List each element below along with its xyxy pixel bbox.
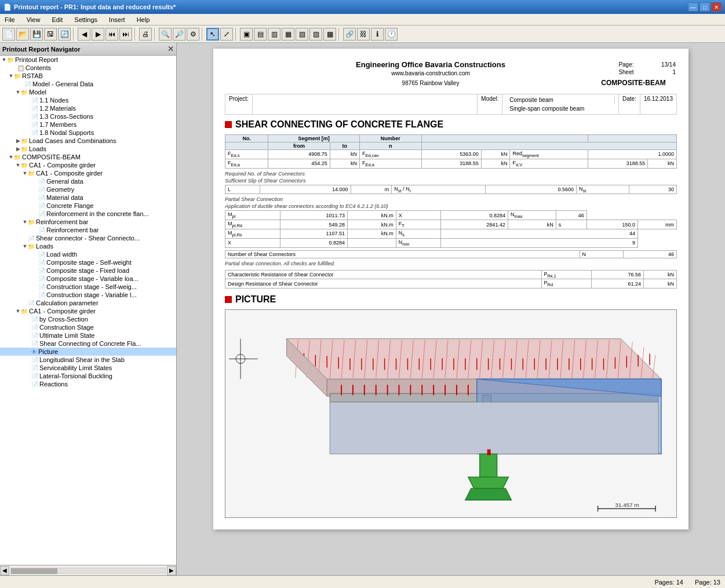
tree-item-composite-fixed[interactable]: ▶ 📄 Composite stage - Fixed load [0,266,176,275]
panel-close-button[interactable]: ✕ [167,45,174,53]
td-ft-val: 2841.42 [440,220,508,229]
menu-help[interactable]: Help [134,16,152,24]
tree-item-ca1-girder-2[interactable]: ▼ 📁 CA1 - Composite girder [0,169,176,177]
tree-item-composite-beam[interactable]: ▼ 📁 COMPOSITE-BEAM [0,153,176,161]
tb-back[interactable]: ◀ [78,28,90,41]
tree-item-members[interactable]: ▶ 📄 1.7 Members [0,120,176,129]
tree-item-reactions[interactable]: ▶ 📄 Reactions [0,380,176,388]
tree-area[interactable]: ▼ 📁 Printout Report ▶ 📋 Contents ▼ 📁 RST… [0,56,176,565]
tree-item-printout-report[interactable]: ▼ 📁 Printout Report [0,56,176,64]
red-square-icon [225,121,232,128]
tb-p3[interactable]: ▥ [268,28,280,41]
maximize-button[interactable]: □ [700,2,710,12]
tb-clock[interactable]: 🕐 [385,28,398,41]
expand-ca1-2[interactable]: ▼ [22,170,28,176]
scroll-track[interactable] [10,568,166,574]
tb-save[interactable]: 💾 [30,28,43,41]
menu-insert[interactable]: Insert [107,16,127,24]
tb-p5[interactable]: ▧ [296,28,308,41]
tree-item-model-general[interactable]: ▶ 📄 Model - General Data [0,80,176,88]
tree-item-reinf-bar-item[interactable]: ▶ 📄 Reinforcement bar [0,226,176,234]
tb-refresh[interactable]: 🔄 [58,28,71,41]
expand-printout[interactable]: ▼ [1,57,7,63]
tb-cursor[interactable]: ↖ [206,28,219,41]
tree-item-ca1-results[interactable]: ▼ 📁 CA1 - Composite girder [0,307,176,315]
tb-search2[interactable]: 🔎 [173,28,185,41]
tree-item-calc-param[interactable]: ▶ 📄 Calculation parameter [0,299,176,307]
expand-ca1-1[interactable]: ▼ [15,162,21,168]
tree-item-ca1-girder-1[interactable]: ▼ 📁 CA1 - Composite girder [0,161,176,169]
tb-p1[interactable]: ▣ [240,28,253,41]
tb-p7[interactable]: ▩ [323,28,336,41]
tb-select[interactable]: ⤢ [220,28,233,41]
tree-item-material-data[interactable]: ▶ 📄 Material data [0,193,176,202]
tree-item-general-data[interactable]: ▶ 📄 General data [0,177,176,185]
tb-link[interactable]: 🔗 [343,28,356,41]
window-title: Printout report - PR1: Input data and re… [14,3,176,10]
tree-item-shear-connecting[interactable]: ▶ 📄 Shear Connecting of Concrete Fla... [0,339,176,348]
tree-item-long-shear[interactable]: ▶ 📄 Longitudinal Shear in the Slab [0,356,176,364]
nav-horizontal-scroll[interactable]: ◀ ▶ [0,565,176,575]
expand-load-cases[interactable]: ▶ [15,138,21,144]
tree-item-nodes[interactable]: ▶ 📄 1.1 Nodes [0,96,176,104]
tb-open[interactable]: 📂 [16,28,29,41]
tree-label-reactions: Reactions [39,381,68,388]
tb-last[interactable]: ⏭ [119,28,132,41]
tree-item-shear-connector[interactable]: ▶ 📄 Shear connector - Shear Connecto... [0,234,176,242]
tree-item-rstab[interactable]: ▼ 📁 RSTAB [0,72,176,80]
expand-loads-rstab[interactable]: ▶ [15,146,21,152]
tree-item-nodal-supports[interactable]: ▶ 📄 1.8 Nodal Supports [0,129,176,137]
tb-link2[interactable]: ⛓ [357,28,370,41]
tree-item-load-width[interactable]: ▶ 📄 Load width [0,250,176,258]
tree-item-geometry[interactable]: ▶ 📄 Geometry [0,185,176,193]
tree-item-reinf-concrete[interactable]: ▶ 📄 Reinforcement in the concrete flan..… [0,210,176,218]
tree-item-reinf-bar-folder[interactable]: ▼ 📁 Reinforcement bar [0,218,176,226]
tree-item-loads-rstab[interactable]: ▶ 📁 Loads [0,145,176,153]
tree-item-construction-variable[interactable]: ▶ 📄 Construction stage - Variable l... [0,291,176,299]
expand-composite-beam[interactable]: ▼ [8,154,14,160]
tb-settings[interactable]: ⚙ [187,28,199,41]
tree-item-composite-variable[interactable]: ▶ 📄 Composite stage - Variable loa... [0,275,176,283]
tb-search[interactable]: 🔍 [159,28,172,41]
tree-item-ultimate-limit[interactable]: ▶ 📄 Ultimate Limit State [0,331,176,339]
tb-p2[interactable]: ▤ [254,28,267,41]
menu-settings[interactable]: Settings [72,16,100,24]
scroll-right-btn[interactable]: ▶ [167,566,176,575]
tree-item-serviceability[interactable]: ▶ 📄 Serviceability Limit States [0,364,176,372]
tree-item-contents[interactable]: ▶ 📋 Contents [0,64,176,72]
tree-item-load-cases[interactable]: ▶ 📁 Load Cases and Combinations [0,137,176,145]
document-scroll-area[interactable]: Engineering Office Bavaria Constructions… [177,43,725,575]
tree-item-by-cross-section[interactable]: ▶ 📄 by Cross-Section [0,315,176,323]
tree-item-materials[interactable]: ▶ 📄 1.2 Materials [0,104,176,112]
tb-forward[interactable]: ▶ [92,28,104,41]
expand-ca1-results[interactable]: ▼ [15,308,21,314]
tree-item-loads-folder[interactable]: ▼ 📁 Loads [0,242,176,250]
company-website: www.bavaria-construction.com [271,70,590,76]
tree-item-model[interactable]: ▼ 📁 Model [0,88,176,96]
expand-rstab[interactable]: ▼ [8,73,14,79]
tb-new[interactable]: 📄 [2,28,15,41]
tree-item-picture[interactable]: ▶ 👁 Picture [0,348,176,356]
close-button[interactable]: ✕ [711,2,722,12]
project-label: Project: [225,94,253,114]
expand-reinf-bar[interactable]: ▼ [22,219,28,225]
tree-item-construction-self[interactable]: ▶ 📄 Construction stage - Self-weig... [0,283,176,291]
tree-item-composite-self[interactable]: ▶ 📄 Composite stage - Self-weight [0,258,176,266]
tb-p4[interactable]: ▦ [282,28,294,41]
tree-item-lateral-torsional[interactable]: ▶ 📄 Lateral-Torsional Buckling [0,372,176,380]
expand-model[interactable]: ▼ [15,89,21,95]
minimize-button[interactable]: — [688,2,698,12]
tb-p6[interactable]: ▨ [309,28,322,41]
scroll-left-btn[interactable]: ◀ [0,566,9,575]
expand-loads-folder[interactable]: ▼ [22,243,28,249]
menu-edit[interactable]: Edit [49,16,65,24]
tree-item-construction-stage[interactable]: ▶ 📄 Construction Stage [0,323,176,331]
tree-item-concrete-flange[interactable]: ▶ 📄 Concrete Flange [0,202,176,210]
tree-item-cross-sections[interactable]: ▶ 📄 1.3 Cross-Sections [0,112,176,120]
menu-view[interactable]: View [24,16,43,24]
menu-file[interactable]: File [2,16,17,24]
tb-first[interactable]: ⏮ [105,28,118,41]
tb-info[interactable]: ℹ [371,28,384,41]
tb-save2[interactable]: 🖫 [44,28,57,41]
tb-print[interactable]: 🖨 [139,28,152,41]
